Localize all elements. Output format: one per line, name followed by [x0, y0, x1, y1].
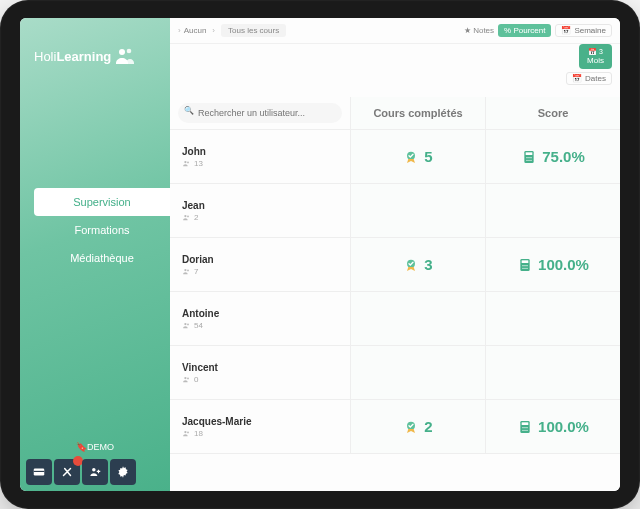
svg-point-4: [92, 468, 96, 472]
user-count: 2: [182, 213, 338, 222]
calendar-icon: 📅 3: [588, 48, 603, 56]
users-mini-icon: [182, 159, 191, 168]
toggle-week[interactable]: 📅Semaine: [555, 24, 612, 37]
user-name: Vincent: [182, 362, 338, 373]
completed-cell: 3: [350, 238, 485, 291]
logo-bold: Learning: [56, 49, 111, 64]
users-mini-icon: [182, 321, 191, 330]
svg-point-7: [187, 161, 189, 163]
calculator-icon: [517, 419, 533, 435]
table-row[interactable]: Antoine54: [170, 292, 620, 346]
svg-point-1: [127, 49, 132, 54]
score-cell: 100.0%: [485, 400, 620, 453]
user-cell: Jean2: [170, 184, 350, 237]
topbar: › Aucun › Tous les cours ★ Notes % Pourc…: [170, 18, 620, 44]
users-mini-icon: [182, 429, 191, 438]
score-cell: 100.0%: [485, 238, 620, 291]
table-row[interactable]: Dorian73100.0%: [170, 238, 620, 292]
toggle-dates[interactable]: 📅Dates: [566, 72, 612, 85]
svg-point-25: [524, 265, 525, 266]
completed-cell: [350, 346, 485, 399]
user-cell: Dorian7: [170, 238, 350, 291]
user-count: 54: [182, 321, 338, 330]
svg-point-20: [187, 269, 189, 271]
tablet-frame: HoliLearning SupervisionFormationsMédiat…: [0, 0, 640, 509]
crumb-separator: ›: [212, 26, 215, 35]
score-cell: [485, 184, 620, 237]
svg-point-0: [119, 49, 125, 55]
user-count: 13: [182, 159, 338, 168]
svg-point-29: [526, 267, 527, 268]
svg-point-16: [531, 159, 532, 160]
sidebar-item-formations[interactable]: Formations: [34, 216, 170, 244]
users-mini-icon: [182, 213, 191, 222]
user-cell: Vincent0: [170, 346, 350, 399]
logo: HoliLearning: [20, 18, 170, 78]
breadcrumb-back[interactable]: › Aucun: [178, 26, 206, 35]
column-score: Score: [485, 97, 620, 129]
svg-point-34: [184, 430, 186, 432]
svg-point-15: [529, 159, 530, 160]
svg-point-44: [526, 429, 527, 430]
screen: HoliLearning SupervisionFormationsMédiat…: [20, 18, 620, 491]
user-count: 7: [182, 267, 338, 276]
user-count: 0: [182, 375, 338, 384]
svg-point-27: [522, 267, 523, 268]
svg-point-32: [184, 376, 186, 378]
user-add-icon[interactable]: [82, 459, 108, 485]
tools-icon[interactable]: [54, 459, 80, 485]
main: › Aucun › Tous les cours ★ Notes % Pourc…: [170, 18, 620, 491]
demo-button[interactable]: 🔖DEMO: [20, 439, 170, 455]
toggle-notes[interactable]: ★ Notes: [464, 26, 494, 35]
toggle-percent[interactable]: % Pourcent: [498, 24, 551, 37]
svg-point-43: [524, 429, 525, 430]
sidebar-item-supervision[interactable]: Supervision: [34, 188, 170, 216]
user-cell: John13: [170, 130, 350, 183]
calendar-icon: 📅: [561, 26, 571, 35]
nav: SupervisionFormationsMédiathèque: [20, 188, 170, 272]
column-completed: Cours complétés: [350, 97, 485, 129]
user-count: 18: [182, 429, 338, 438]
svg-point-26: [526, 265, 527, 266]
table-row[interactable]: Jacques-Marie182100.0%: [170, 400, 620, 454]
score-cell: 75.0%: [485, 130, 620, 183]
score-cell: [485, 346, 620, 399]
svg-point-19: [184, 268, 186, 270]
completed-cell: [350, 292, 485, 345]
svg-rect-10: [526, 152, 533, 155]
user-cell: Jacques-Marie18: [170, 400, 350, 453]
svg-point-30: [184, 322, 186, 324]
user-name: Jean: [182, 200, 338, 211]
svg-point-40: [524, 427, 525, 428]
search-input[interactable]: [178, 103, 342, 123]
svg-point-14: [527, 159, 528, 160]
score-cell: [485, 292, 620, 345]
svg-point-6: [184, 160, 186, 162]
table-row[interactable]: Jean2: [170, 184, 620, 238]
toggle-month[interactable]: 📅 3 Mois: [579, 44, 612, 69]
table-row[interactable]: Vincent0: [170, 346, 620, 400]
people-icon: [113, 44, 137, 68]
gear-icon[interactable]: [110, 459, 136, 485]
svg-point-28: [524, 267, 525, 268]
filter-all-courses[interactable]: Tous les cours: [221, 24, 286, 37]
table-body: John13575.0%Jean2Dorian73100.0%Antoine54…: [170, 130, 620, 454]
user-name: Jacques-Marie: [182, 416, 338, 427]
user-name: Dorian: [182, 254, 338, 265]
svg-point-13: [531, 157, 532, 158]
svg-point-24: [522, 265, 523, 266]
user-cell: Antoine54: [170, 292, 350, 345]
svg-point-17: [184, 214, 186, 216]
calendar-icon: 📅: [572, 74, 582, 83]
users-mini-icon: [182, 375, 191, 384]
user-name: Antoine: [182, 308, 338, 319]
badge-icon: [403, 419, 419, 435]
svg-point-42: [522, 429, 523, 430]
card-icon[interactable]: [26, 459, 52, 485]
completed-cell: [350, 184, 485, 237]
sidebar-item-médiathèque[interactable]: Médiathèque: [34, 244, 170, 272]
badge-icon: [403, 149, 419, 165]
svg-point-33: [187, 377, 189, 379]
table-row[interactable]: John13575.0%: [170, 130, 620, 184]
svg-point-35: [187, 431, 189, 433]
